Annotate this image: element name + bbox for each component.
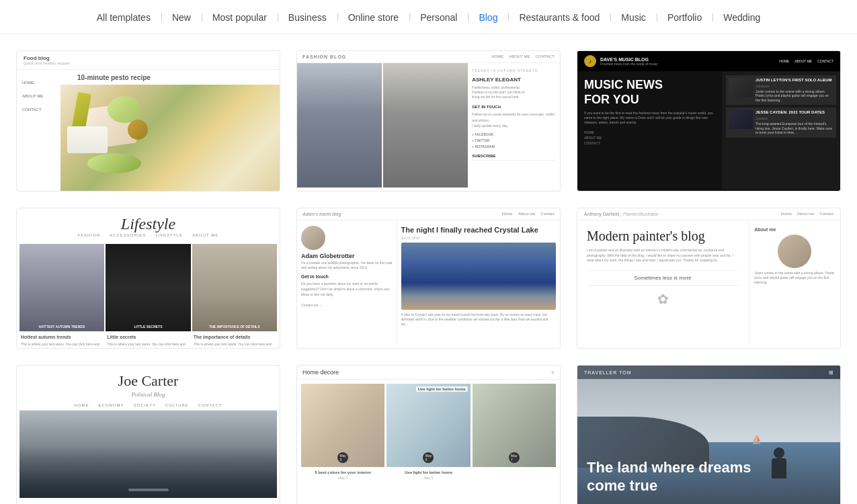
nav-item-most-popular[interactable]: Most popular: [202, 12, 278, 23]
nav-item-blog[interactable]: Blog: [468, 12, 508, 23]
nav-item-online-store[interactable]: Online store: [337, 12, 409, 23]
nav-item-business[interactable]: Business: [278, 12, 337, 23]
template-card[interactable]: FASHION BLOG HOMEABOUT MECONTACT TRENDS …: [296, 50, 561, 192]
nav-item-music[interactable]: Music: [610, 12, 657, 23]
nav-item-new[interactable]: New: [161, 12, 202, 23]
nav-item-wedding[interactable]: Wedding: [712, 12, 771, 23]
templates-grid: Food blog Quick and healthy recipes HOME…: [0, 34, 857, 504]
template-card[interactable]: Lifestyle FASHIONACCESSORIESLIFESTYLEABO…: [16, 208, 280, 349]
template-card[interactable]: TRAVELLER TOM ⊞ ⛵: [577, 365, 841, 504]
template-card[interactable]: Food blog Quick and healthy recipes HOME…: [16, 50, 280, 192]
nav-item-restaurants-food[interactable]: Restaurants & food: [508, 12, 610, 23]
nav-item-portfolio[interactable]: Portfolio: [657, 12, 712, 23]
template-card[interactable]: Adam's travel blog HomeAbout meContact A…: [296, 208, 561, 349]
template-card[interactable]: Anthony Garfield | Painter/Illustrator H…: [577, 208, 841, 349]
nav-item-all-templates[interactable]: All templates: [86, 12, 161, 23]
main-nav: All templatesNewMost popularBusinessOnli…: [0, 0, 857, 34]
template-card[interactable]: Joe Carter Political Blog HOMEECONOMYSOC…: [16, 365, 280, 504]
template-card[interactable]: Home decore ≡ May3 Use light for better …: [296, 365, 561, 504]
template-card[interactable]: ♪ DAVE'S MUSIC BLOG Freshest news from t…: [577, 50, 841, 192]
nav-item-personal[interactable]: Personal: [409, 12, 468, 23]
